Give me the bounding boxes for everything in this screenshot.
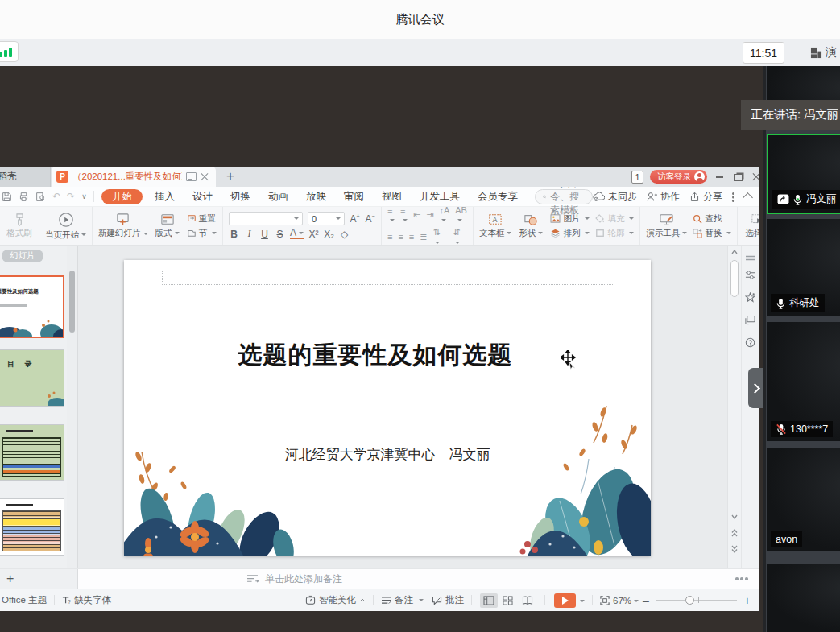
help-icon[interactable] [745, 337, 755, 350]
new-slide-button[interactable]: 新建幻灯片 [98, 213, 148, 239]
new-tab-button[interactable] [222, 168, 238, 184]
add-slide-button[interactable] [6, 572, 14, 586]
paragraph-spacing-icon[interactable]: ⇵ [453, 227, 467, 246]
menu-devtools[interactable]: 开发工具 [411, 190, 469, 204]
smart-beautify-button[interactable]: 智能美化 [305, 594, 366, 606]
shapes-button[interactable]: 形状 [517, 213, 544, 239]
scrollbar-thumb[interactable] [730, 260, 739, 297]
replace-button[interactable]: 替换 [693, 228, 731, 239]
outline-button[interactable]: 轮廓 [595, 228, 634, 239]
slide-title[interactable]: 选题的重要性及如何选题 [124, 339, 627, 372]
clear-format-icon[interactable]: ◇ [339, 229, 350, 240]
layout-button[interactable]: 版式 [154, 213, 181, 239]
print-icon[interactable] [19, 192, 29, 202]
scroll-up-icon[interactable] [731, 250, 737, 255]
play-from-current-button[interactable]: 当页开始 [45, 212, 86, 241]
menu-view[interactable]: 视图 [373, 190, 411, 204]
zoom-out-button[interactable]: – [640, 594, 652, 607]
slideshow-play-button[interactable] [554, 593, 576, 608]
participant-tile[interactable]: 冯文丽 [767, 134, 840, 214]
participant-tile[interactable]: 130****7 [767, 322, 840, 441]
theme-label[interactable]: Office 主题 [2, 594, 47, 606]
redo-icon[interactable]: ↷ [67, 191, 75, 202]
section-button[interactable]: 节 [187, 228, 217, 239]
align-left-icon[interactable]: ≡ [387, 232, 392, 242]
panel-scrollbar[interactable] [67, 246, 77, 568]
subscript-button[interactable]: X₂ [324, 229, 334, 240]
previous-slide-button[interactable] [731, 529, 737, 535]
properties-icon[interactable] [745, 270, 755, 283]
save-icon[interactable] [2, 192, 12, 202]
fill-button[interactable]: 填充 [595, 213, 634, 225]
slides-panel-tab[interactable]: 幻灯片 [2, 250, 43, 262]
zoom-in-button[interactable]: + [742, 594, 753, 607]
more-menu-icon[interactable] [732, 192, 734, 202]
scroll-down-icon[interactable] [731, 514, 737, 520]
comments-button[interactable]: 批注 [432, 594, 464, 606]
presenter-layout-button[interactable]: 演 [810, 45, 837, 60]
current-slide[interactable]: 选题的重要性及如何选题 河北经贸大学京津冀中心 冯文丽 [124, 260, 651, 556]
menu-insert[interactable]: 插入 [146, 190, 184, 204]
align-text-icon[interactable]: AB [455, 207, 467, 225]
zoom-level[interactable]: 67% [613, 596, 639, 605]
participant-tile[interactable]: avon [767, 448, 840, 551]
zoom-slider-knob[interactable] [685, 596, 694, 605]
shrink-font-button[interactable]: A− [365, 213, 375, 225]
print-preview-icon[interactable] [35, 192, 46, 202]
menu-transition[interactable]: 切换 [221, 190, 259, 204]
bullet-list-icon[interactable]: ≡ [387, 207, 395, 225]
close-tab-icon[interactable] [201, 173, 209, 181]
tab-document[interactable]: （2020121...重要性及如何选题 [52, 167, 216, 187]
normal-view-button[interactable] [480, 593, 498, 608]
font-family-select[interactable] [229, 212, 303, 225]
font-size-select[interactable]: 0 [308, 212, 345, 225]
grow-font-button[interactable]: A+ [350, 213, 360, 225]
missing-font-indicator[interactable]: ? 缺失字体 [62, 594, 111, 606]
select-button[interactable]: 选择 [743, 213, 759, 239]
participant-tile-partial-bottom[interactable] [767, 564, 840, 632]
find-button[interactable]: 查找 [693, 213, 731, 225]
undo-icon[interactable]: ↶ [52, 191, 60, 202]
minimize-button[interactable] [712, 171, 726, 184]
play-options-caret[interactable] [577, 596, 585, 605]
slide-canvas[interactable]: 选题的重要性及如何选题 河北经贸大学京津冀中心 冯文丽 [78, 246, 727, 568]
format-painter-button[interactable]: 格式刷 [6, 213, 33, 239]
strikethrough-button[interactable]: S [275, 229, 285, 240]
decrease-indent-icon[interactable]: ⇤ [413, 209, 420, 220]
animation-pane-icon[interactable] [745, 315, 755, 328]
menu-design[interactable]: 设计 [184, 190, 221, 204]
sync-status-button[interactable]: 未同步 [593, 190, 637, 204]
menu-slideshow[interactable]: 放映 [297, 190, 335, 204]
align-right-icon[interactable]: ≡ [409, 232, 414, 242]
tab-docer[interactable]: 稻壳 [0, 167, 51, 187]
network-signal-button[interactable] [0, 41, 19, 62]
guest-login-button[interactable]: 访客登录 [650, 170, 707, 184]
arrange-button[interactable]: 排列 [550, 228, 590, 239]
textbox-button[interactable]: A 文本框 [479, 213, 512, 239]
participant-tile[interactable]: 科研处 [767, 219, 840, 316]
underline-button[interactable]: U [259, 229, 270, 240]
command-search-input[interactable]: 查找命令、搜索模板 [535, 189, 593, 204]
collaborate-button[interactable]: 协作 [647, 190, 680, 204]
drag-handle-icon[interactable] [745, 252, 755, 263]
placeholder-box[interactable] [162, 271, 614, 285]
slide-thumbnail-2[interactable]: 目 录 [0, 349, 64, 407]
collapse-ribbon-icon[interactable] [743, 192, 753, 203]
expand-panel-tab[interactable] [748, 368, 763, 408]
reading-view-button[interactable] [519, 593, 536, 608]
superscript-button[interactable]: X² [308, 229, 319, 240]
italic-button[interactable]: I [244, 228, 254, 240]
close-window-button[interactable] [749, 171, 763, 184]
beautify-star-icon[interactable] [745, 292, 755, 305]
slide-thumbnail-4[interactable] [0, 498, 64, 556]
presentation-tools-button[interactable]: 演示工具 [646, 213, 687, 239]
bold-button[interactable]: B [229, 229, 239, 240]
numbered-list-icon[interactable]: ≡ [400, 207, 408, 225]
picture-button[interactable]: 图片 [550, 213, 590, 225]
customize-toolbar-icon[interactable]: ∨ [81, 192, 87, 200]
reset-slide-button[interactable]: 重置 [187, 213, 217, 225]
increase-indent-icon[interactable]: ⇥ [426, 209, 433, 220]
notes-input[interactable]: 单击此处添加备注 [78, 569, 759, 589]
notes-toggle-button[interactable]: 备注 [381, 594, 424, 606]
text-direction-icon[interactable]: ↕A [439, 207, 449, 225]
